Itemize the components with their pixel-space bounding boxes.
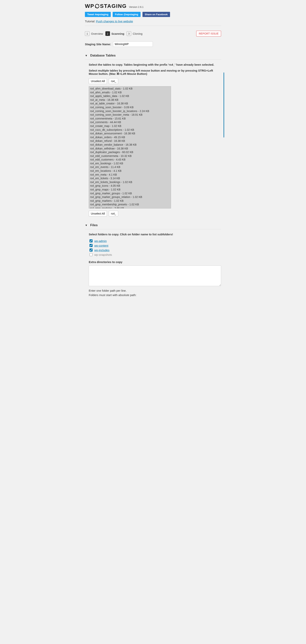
table-row[interactable]: rs4_coming_soon_booster - 3.09 KB (89, 106, 171, 109)
step-number: 2 (105, 31, 110, 36)
table-row[interactable]: rs4_at_table_creator - 16.38 KB (89, 102, 171, 106)
chevron-down-icon: ▼ (85, 54, 88, 57)
folders-list: wp-adminwp-contentwp-includeswp-snapshot… (89, 238, 221, 257)
table-row[interactable]: rs4_coming_soon_booster_meta - 18.91 KB (89, 113, 171, 117)
folder-label: wp-snapshots (94, 253, 112, 256)
table-row[interactable]: rs4_dokan_orders - 49.15 KB (89, 136, 171, 139)
table-row[interactable]: rs4_create_map - 1.02 KB (89, 124, 171, 128)
table-row[interactable]: rs4_gmp_icons - 4.05 KB (89, 184, 171, 188)
table-row[interactable]: rs4_em_locations - 4.1 KB (89, 169, 171, 173)
unselect-all-button[interactable]: Unselect All (89, 78, 107, 84)
tutorial-prefix: Tutorial: (85, 20, 96, 23)
site-name-input[interactable] (113, 42, 153, 47)
db-help-1: Select the tables to copy. Tables beginn… (89, 63, 221, 66)
table-row[interactable]: rs4_edd_customers - 4.43 KB (89, 158, 171, 162)
follow-button[interactable]: Follow @wpstaging (113, 12, 140, 17)
table-row[interactable]: rs4_at_meta - 16.38 KB (89, 98, 171, 102)
table-row[interactable]: rs4_duplicator_packages - 60.02 KB (89, 150, 171, 154)
table-row[interactable]: rs4_cscs_db_subscriptions - 1.02 KB (89, 128, 171, 132)
folder-row: wp-includes (89, 248, 221, 252)
extra-dirs-label: Extra directories to copy (89, 260, 221, 264)
table-row[interactable]: rs4_gmp_markers - 1.02 KB (89, 199, 171, 203)
table-row[interactable]: rs4_em_events - 11.4 KB (89, 165, 171, 169)
logo-text-right: STAGING (100, 3, 127, 9)
site-name-label: Staging Site Name: (85, 42, 111, 46)
db-help-2: Select multiple tables by pressing left … (89, 69, 221, 76)
folder-checkbox[interactable] (89, 248, 93, 252)
table-row[interactable]: rs4_ahm_download_stats - 1.02 KB (89, 87, 171, 91)
facebook-share-button[interactable]: Share on Facebook (142, 12, 170, 17)
table-row[interactable]: rs4_edd_customermeta - 10.32 KB (89, 154, 171, 158)
table-row[interactable]: rs4_em_tickets - 3.14 KB (89, 176, 171, 180)
tweet-button[interactable]: Tweet #wpstaging (85, 12, 111, 17)
prefix-filter-button[interactable]: rs4_ (109, 211, 118, 216)
table-row[interactable]: rs4_ahm_emails - 1.02 KB (89, 91, 171, 94)
folder-link[interactable]: wp-includes (94, 248, 109, 252)
step-number: 1 (85, 31, 89, 36)
table-row[interactable]: rs4_dokan_refund - 16.38 KB (89, 139, 171, 143)
tutorial-link[interactable]: Push changes to live website (96, 20, 133, 23)
table-row[interactable]: rs4_gmp_marker_groups_relation - 1.02 KB (89, 195, 171, 199)
table-row[interactable]: rs4_appts_tables_data - 1.02 KB (89, 94, 171, 98)
step-cloning[interactable]: 3 Cloning (127, 31, 142, 36)
logo: WP STAGING (85, 3, 127, 9)
table-row[interactable]: rs4_dokan_vendor_balance - 16.38 KB (89, 143, 171, 147)
hint-line-1: Enter one folder path per line. (89, 288, 221, 293)
folder-row: wp-content (89, 243, 221, 248)
tables-listbox[interactable]: rs4_ahm_download_stats - 1.02 KBrs4_ahm_… (89, 86, 171, 208)
folder-link[interactable]: wp-admin (94, 239, 107, 242)
unselect-all-button[interactable]: Unselect All (89, 211, 107, 216)
folder-row: wp-admin (89, 238, 221, 243)
section-title: Files (90, 223, 98, 227)
refresh-icon (95, 4, 100, 8)
version-text: Version 2.6.1 (129, 6, 144, 9)
table-row[interactable]: rs4_gmp_marker_groups - 1.02 KB (89, 192, 171, 196)
table-row[interactable]: rs4_coming_soon_booster_ip_locations - 2… (89, 109, 171, 113)
database-tables-toggle[interactable]: ▼ Database Tables (85, 52, 221, 60)
folder-row: wp-snapshots (89, 252, 221, 257)
prefix-filter-button[interactable]: rs4_ (109, 78, 118, 84)
step-label: Overview (91, 32, 103, 35)
section-title: Database Tables (90, 54, 116, 58)
table-row[interactable]: rs4_dokan_withdraw - 16.38 KB (89, 147, 171, 150)
table-row[interactable]: rs4_em_tickets_bookings - 1.02 KB (89, 180, 171, 184)
step-scanning[interactable]: 2 Scanning (105, 31, 124, 36)
step-label: Scanning (111, 32, 124, 35)
files-toggle[interactable]: ▼ Files (85, 222, 221, 229)
report-issue-button[interactable]: REPORT ISSUE (196, 31, 221, 36)
chevron-down-icon: ▼ (85, 224, 88, 227)
hint-line-2: Folders must start with absolute path: (89, 293, 221, 298)
logo-text-left: WP (85, 3, 94, 9)
extra-dirs-textarea[interactable] (89, 266, 221, 286)
table-row[interactable]: rs4_comments - 44.44 KB (89, 120, 171, 124)
table-row[interactable]: rs4_em_bookings - 1.02 KB (89, 162, 171, 166)
table-row[interactable]: rs4_commentmeta - 15.61 KB (89, 117, 171, 121)
tutorial-line: Tutorial: Push changes to live website (85, 20, 221, 23)
folder-checkbox[interactable] (89, 239, 93, 242)
folder-checkbox[interactable] (89, 244, 93, 247)
step-label: Cloning (133, 32, 142, 35)
table-row[interactable]: rs4_dokan_announcement - 16.38 KB (89, 132, 171, 136)
step-number: 3 (127, 31, 131, 36)
table-row[interactable]: rs4_gmp_maps - 1.02 KB (89, 188, 171, 192)
table-row[interactable]: rs4_gmp_modules - 3.66 KB (89, 206, 171, 208)
folder-checkbox[interactable] (89, 253, 93, 256)
files-help: Select folders to copy. Click on folder … (89, 233, 221, 236)
folder-link[interactable]: wp-content (94, 244, 108, 247)
table-row[interactable]: rs4_em_meta - 4.1 KB (89, 173, 171, 177)
step-overview[interactable]: 1 Overview (85, 31, 103, 36)
table-row[interactable]: rs4_gmp_membership_presets - 1.02 KB (89, 203, 171, 206)
